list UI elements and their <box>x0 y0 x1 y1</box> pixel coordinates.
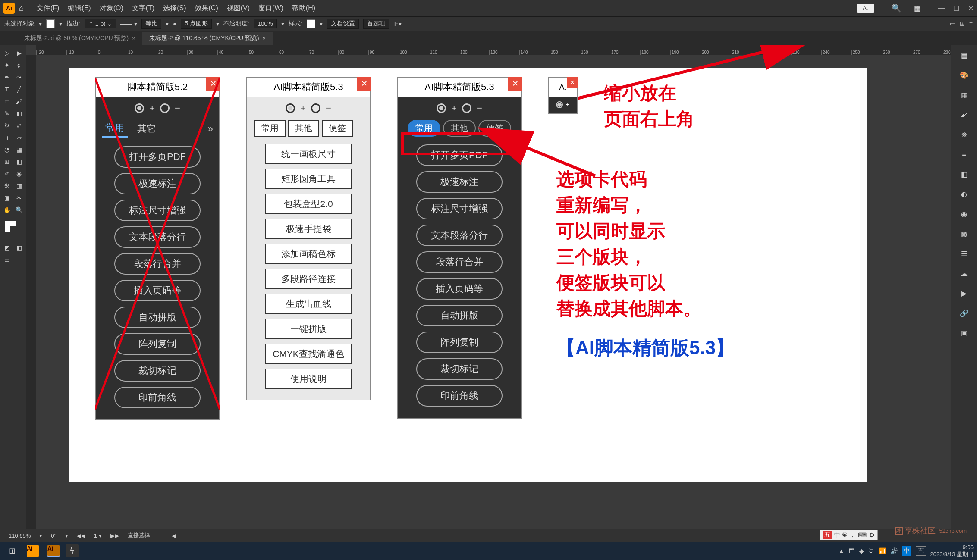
minus-icon[interactable]: − <box>477 103 482 114</box>
eyedropper-tool[interactable]: ✐ <box>1 168 13 179</box>
rotate-value[interactable]: 0° <box>51 532 56 539</box>
taskbar-clock[interactable]: 9:06 2023/8/13 星期日 <box>930 544 974 557</box>
tab-notes[interactable]: 便签 <box>322 120 353 137</box>
ime-icon[interactable]: 五 <box>823 531 832 539</box>
layers-panel-icon[interactable]: ☰ <box>958 247 970 260</box>
graphic-styles-panel-icon[interactable]: ▩ <box>958 228 970 240</box>
doc-title-chip[interactable]: A. <box>857 4 874 13</box>
color-mode-icon[interactable]: ◩ <box>1 242 13 253</box>
window-close-icon[interactable]: ✕ <box>968 4 974 13</box>
blend-tool[interactable]: ◉ <box>13 168 25 179</box>
opacity-field[interactable]: 100% <box>254 19 277 28</box>
script-button[interactable]: 使用说明 <box>265 369 352 389</box>
home-icon[interactable]: ⌂ <box>19 4 24 13</box>
links-panel-icon[interactable]: 🔗 <box>958 307 970 319</box>
script-button[interactable]: 矩形圆角工具 <box>265 169 352 189</box>
perspective-tool[interactable]: ▦ <box>13 144 25 155</box>
radio-icon[interactable] <box>286 103 295 113</box>
script-button[interactable]: 统一画板尺寸 <box>265 144 352 164</box>
shaper-tool[interactable]: ✎ <box>1 108 13 119</box>
menu-select[interactable]: 选择(S) <box>163 4 186 13</box>
script-button[interactable]: 多段路径连接 <box>265 269 352 289</box>
close-button[interactable]: ✕ <box>567 77 578 88</box>
tab-doc-1[interactable]: 未标题-2.ai @ 50 % (CMYK/CPU 预览) × <box>17 32 142 45</box>
tray-volume-icon[interactable]: 🔊 <box>890 547 898 554</box>
width-tool[interactable]: ⫞ <box>1 132 13 143</box>
panel-expand-icon[interactable]: ⊞ <box>960 20 965 27</box>
artboards-panel-icon[interactable]: ▣ <box>958 327 970 339</box>
caps-field[interactable]: 5 点圆形 <box>181 19 212 29</box>
menu-help[interactable]: 帮助(H) <box>292 4 315 13</box>
task-app[interactable]: ϟ <box>66 544 79 557</box>
tray-icon[interactable]: ◆ <box>859 547 864 554</box>
gradient-panel-icon[interactable]: ◧ <box>958 168 970 180</box>
doc-setup-button[interactable]: 文档设置 <box>327 19 359 29</box>
window-minimize-icon[interactable]: — <box>938 4 945 13</box>
tray-network-icon[interactable]: 📶 <box>879 547 886 554</box>
start-button[interactable]: ⊞ <box>3 544 21 558</box>
script-button[interactable]: 标注尺寸增强 <box>416 198 503 219</box>
close-button[interactable]: ✕ <box>357 77 371 91</box>
panel-menu-icon[interactable]: ≡ <box>969 20 973 27</box>
artboard-tool[interactable]: ▣ <box>1 192 13 203</box>
mesh-tool[interactable]: ⊞ <box>1 156 13 167</box>
artboard-nav-field[interactable]: 1 ▾ <box>94 532 102 539</box>
script-button[interactable]: 包装盒型2.0 <box>265 194 352 214</box>
symbols-panel-icon[interactable]: ❋ <box>958 128 970 141</box>
script-button[interactable]: CMYK查找潘通色 <box>265 344 352 364</box>
menu-view[interactable]: 视图(V) <box>227 4 250 13</box>
screen-mode-icon[interactable]: ▭ <box>1 254 13 266</box>
radio-icon[interactable] <box>462 103 471 113</box>
artboard-nav-prev-icon[interactable]: ◀◀ <box>77 532 85 539</box>
symbol-sprayer-tool[interactable]: ❊ <box>1 180 13 191</box>
tray-icon[interactable]: ▲ <box>839 547 845 554</box>
arrange-icon[interactable]: ▦ <box>914 4 920 13</box>
script-button[interactable]: 段落行合并 <box>416 251 503 273</box>
swatches-panel-icon[interactable]: ▦ <box>958 89 970 101</box>
plus-icon[interactable]: + <box>451 103 457 114</box>
gradient-mode-icon[interactable]: ◧ <box>13 242 25 253</box>
properties-panel-icon[interactable]: ▤ <box>958 49 970 61</box>
close-icon[interactable]: × <box>132 35 135 41</box>
direct-selection-tool[interactable]: ▶ <box>13 47 25 59</box>
tray-ime-icon[interactable]: 中 <box>902 546 911 556</box>
gradient-tool[interactable]: ◧ <box>13 156 25 167</box>
tab-other[interactable]: 其他 <box>288 120 319 137</box>
plus-icon[interactable]: + <box>565 101 569 109</box>
window-maximize-icon[interactable]: ☐ <box>953 4 959 13</box>
line-tool[interactable]: ╱ <box>13 84 25 95</box>
rectangle-tool[interactable]: ▭ <box>1 96 13 107</box>
brushes-panel-icon[interactable]: 🖌 <box>958 109 970 121</box>
align-icon[interactable]: ⊪▾ <box>393 20 402 27</box>
appearance-panel-icon[interactable]: ◉ <box>958 208 970 220</box>
ime-toolbar[interactable]: 五 中 ☯ ， ⌨ ⚙ <box>820 530 878 540</box>
type-tool[interactable]: T <box>1 84 13 95</box>
magic-wand-tool[interactable]: ✦ <box>1 59 13 71</box>
search-icon[interactable]: 🔍 <box>892 3 901 13</box>
fill-swatch[interactable] <box>46 19 55 28</box>
task-illustrator-active[interactable]: Ai <box>45 544 62 558</box>
tab-doc-2[interactable]: 未标题-2 @ 110.65 % (CMYK/CPU 预览) × <box>142 32 273 45</box>
stroke-weight-field[interactable]: ⌃ 1 pt ⌄ <box>85 19 116 28</box>
curvature-tool[interactable]: ⤳ <box>13 72 25 83</box>
zoom-level[interactable]: 110.65% <box>9 532 31 539</box>
tray-icon[interactable]: 🗔 <box>849 547 855 554</box>
ime-mode[interactable]: 中 ☯ ， <box>834 531 855 539</box>
eraser-tool[interactable]: ◧ <box>13 108 25 119</box>
script-button[interactable]: 极速手提袋 <box>265 219 352 239</box>
script-button[interactable]: 自动拼版 <box>416 305 503 326</box>
script-button[interactable]: 一键拼版 <box>265 319 352 339</box>
tray-ime-icon[interactable]: 五 <box>916 546 926 556</box>
panel-toggle-icon[interactable]: ▭ <box>950 20 955 27</box>
menu-object[interactable]: 对象(O) <box>100 4 123 13</box>
style-swatch[interactable] <box>307 19 315 28</box>
close-button[interactable]: ✕ <box>508 77 522 91</box>
shape-builder-tool[interactable]: ◔ <box>1 144 13 155</box>
pen-tool[interactable]: ✒ <box>1 72 13 83</box>
menu-file[interactable]: 文件(F) <box>37 4 59 13</box>
rotate-tool[interactable]: ↻ <box>1 120 13 131</box>
lasso-tool[interactable]: ɕ <box>13 59 25 71</box>
artboard[interactable]: 脚本精简版5.2 ✕ + − 常用 其它 » <box>69 68 867 482</box>
menu-effect[interactable]: 效果(C) <box>195 4 218 13</box>
uniform-field[interactable]: 等比 <box>141 19 161 29</box>
